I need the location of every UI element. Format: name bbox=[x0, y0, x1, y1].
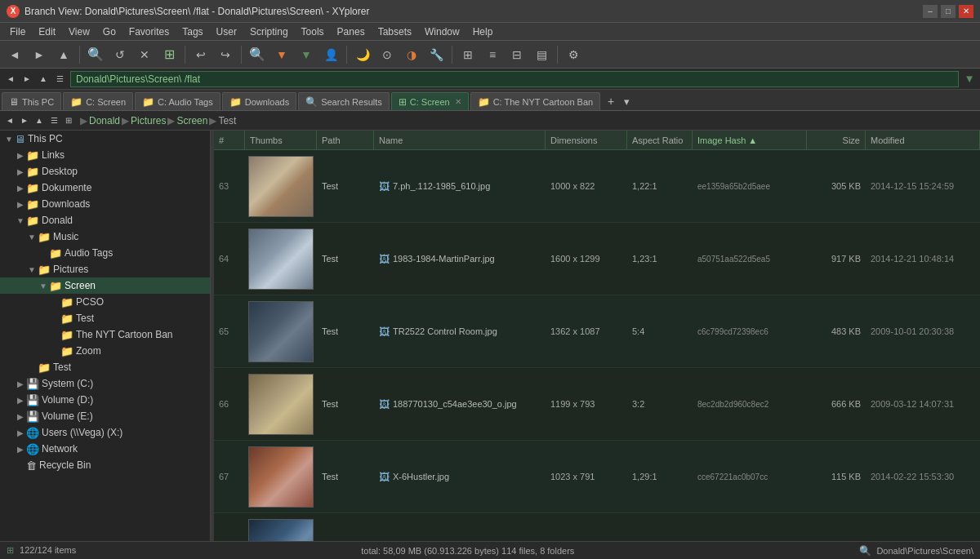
address-filter-icon[interactable]: ▼ bbox=[962, 72, 977, 87]
back-button[interactable]: ◄ bbox=[3, 43, 26, 66]
sidebar-item-nyt-cartoon-ban[interactable]: 📁 The NYT Cartoon Ban bbox=[0, 326, 210, 343]
sidebar-item-pictures[interactable]: ▼ 📁 Pictures bbox=[0, 261, 210, 277]
sidebar-item-downloads[interactable]: ▶ 📁 Downloads bbox=[0, 196, 210, 212]
toggle-zoom[interactable] bbox=[49, 345, 60, 357]
sidebar-item-volume-d[interactable]: ▶ 💾 Volume (D:) bbox=[0, 392, 210, 408]
toggle-users-vega[interactable]: ▶ bbox=[15, 427, 26, 438]
sidebar-item-volume-e[interactable]: ▶ 💾 Volume (E:) bbox=[0, 408, 210, 424]
sidebar-item-test[interactable]: 📁 Test bbox=[0, 310, 210, 326]
toggle-network[interactable]: ▶ bbox=[15, 443, 26, 455]
table-row[interactable]: 66 Test 🖼 188770130_c54ae3ee30_o.jpg 119… bbox=[214, 368, 980, 441]
target-btn[interactable]: ⊙ bbox=[376, 43, 399, 66]
table-row[interactable]: 65 Test 🖼 TR2522 Control Room.jpg 1362 x… bbox=[214, 295, 980, 368]
menu-edit[interactable]: Edit bbox=[32, 24, 62, 39]
toggle-volume-d[interactable]: ▶ bbox=[15, 394, 26, 406]
night-mode[interactable]: 🌙 bbox=[351, 43, 374, 66]
tab-c-audio-tags[interactable]: 📁 C: Audio Tags bbox=[135, 92, 220, 110]
toggle-pcso[interactable] bbox=[49, 296, 60, 308]
addr-back[interactable]: ◄ bbox=[3, 72, 18, 87]
toggle-dokumente[interactable]: ▶ bbox=[15, 182, 26, 193]
toggle-donald[interactable]: ▼ bbox=[15, 215, 26, 226]
redo-button[interactable]: ↪ bbox=[214, 43, 237, 66]
toggle-nyt-cartoon-ban[interactable] bbox=[49, 329, 60, 340]
sidebar-item-this-pc[interactable]: ▼ 🖥 This PC bbox=[0, 131, 210, 147]
sidebar-item-network[interactable]: ▶ 🌐 Network bbox=[0, 441, 210, 457]
toggle-downloads[interactable]: ▶ bbox=[15, 198, 26, 210]
table-row[interactable]: 63 Test 🖼 7.ph_.112-1985_610.jpg 1000 x … bbox=[214, 150, 980, 223]
tab-search-results[interactable]: 🔍 Search Results bbox=[298, 92, 390, 110]
toggle-music[interactable]: ▼ bbox=[26, 231, 38, 242]
menu-tools[interactable]: Tools bbox=[295, 24, 331, 39]
sidebar-item-users-vega[interactable]: ▶ 🌐 Users (\\Vega) (X:) bbox=[0, 424, 210, 441]
find-button[interactable]: 🔍 bbox=[246, 43, 269, 66]
menu-tags[interactable]: Tags bbox=[176, 24, 209, 39]
menu-tabsets[interactable]: Tabsets bbox=[372, 24, 418, 39]
addr-up[interactable]: ▲ bbox=[36, 72, 51, 87]
bc-donald[interactable]: Donald bbox=[89, 115, 120, 126]
bc-test[interactable]: Test bbox=[218, 115, 236, 126]
toggle-this-pc[interactable]: ▼ bbox=[3, 133, 15, 144]
toggle-links[interactable]: ▶ bbox=[15, 149, 26, 161]
tab-c-screen-active[interactable]: ⊞ C: Screen ✕ bbox=[391, 92, 469, 110]
sidebar-item-pcso[interactable]: 📁 PCSO bbox=[0, 294, 210, 310]
table-row[interactable]: 68 The NYT Car... 🖼 Raven.jpg 433 x 338 … bbox=[214, 513, 980, 541]
toggle-volume-e[interactable]: ▶ bbox=[15, 410, 26, 422]
sidebar-item-test2[interactable]: 📁 Test bbox=[0, 359, 210, 375]
stop-button[interactable]: ✕ bbox=[133, 43, 156, 66]
menu-scripting[interactable]: Scripting bbox=[243, 24, 295, 39]
sidebar-item-dokumente[interactable]: ▶ 📁 Dokumente bbox=[0, 180, 210, 196]
refresh-button[interactable]: ↺ bbox=[109, 43, 131, 66]
settings-btn[interactable]: ⚙ bbox=[562, 43, 585, 66]
new-tab-button[interactable]: + bbox=[602, 92, 620, 110]
toggle-desktop[interactable]: ▶ bbox=[15, 166, 26, 177]
col-header-hash[interactable]: Image Hash ▲ bbox=[693, 131, 807, 149]
table-row[interactable]: 67 Test 🖼 X-6Hustler.jpg 1023 x 791 1,29… bbox=[214, 441, 980, 513]
menu-help[interactable]: Help bbox=[466, 24, 500, 39]
toggle-test[interactable] bbox=[49, 313, 60, 324]
addr-list[interactable]: ☰ bbox=[52, 72, 67, 87]
menu-panes[interactable]: Panes bbox=[331, 24, 372, 39]
col-header-dimensions[interactable]: Dimensions bbox=[546, 131, 627, 149]
filter-btn[interactable]: ▼ bbox=[295, 43, 318, 66]
search-button[interactable]: 🔍 bbox=[84, 43, 107, 66]
bc-forward[interactable]: ► bbox=[18, 114, 31, 127]
toggle-screen[interactable]: ▼ bbox=[38, 280, 49, 291]
up-button[interactable]: ▲ bbox=[52, 43, 75, 66]
menu-window[interactable]: Window bbox=[418, 24, 466, 39]
view-grid[interactable]: ⊞ bbox=[457, 43, 479, 66]
col-header-name[interactable]: Name bbox=[374, 131, 546, 149]
tab-c-screen[interactable]: 📁 C: Screen bbox=[63, 92, 133, 110]
tab-nyt-cartoon[interactable]: 📁 C: The NYT Cartoon Ban bbox=[470, 92, 601, 110]
menu-user[interactable]: User bbox=[210, 24, 243, 39]
col-header-size[interactable]: Size bbox=[807, 131, 866, 149]
filter-active[interactable]: ▼ bbox=[270, 43, 293, 66]
col-header-num[interactable]: # bbox=[214, 131, 245, 149]
view-detail[interactable]: ≡ bbox=[481, 43, 504, 66]
minimize-button[interactable]: – bbox=[923, 5, 938, 18]
color-btn[interactable]: ◑ bbox=[400, 43, 423, 66]
toggle-audio-tags[interactable] bbox=[38, 247, 49, 259]
view-thumb[interactable]: ⊟ bbox=[506, 43, 528, 66]
sidebar-item-desktop[interactable]: ▶ 📁 Desktop bbox=[0, 163, 210, 180]
toggle-pictures[interactable]: ▼ bbox=[26, 264, 38, 275]
toggle-test2[interactable] bbox=[26, 362, 38, 373]
tab-downloads[interactable]: 📁 Downloads bbox=[222, 92, 296, 110]
tab-dropdown-button[interactable]: ▾ bbox=[620, 92, 633, 110]
maximize-button[interactable]: □ bbox=[941, 5, 956, 18]
bc-pictures[interactable]: Pictures bbox=[131, 115, 166, 126]
menu-favorites[interactable]: Favorites bbox=[122, 24, 176, 39]
tab-close-c-screen[interactable]: ✕ bbox=[455, 97, 461, 106]
close-button[interactable]: ✕ bbox=[959, 5, 973, 18]
sidebar-item-recycle-bin[interactable]: 🗑 Recycle Bin bbox=[0, 457, 210, 473]
branch-view-button[interactable]: ⊞ bbox=[158, 43, 180, 66]
table-row[interactable]: 64 Test 🖼 1983-1984-MartinParr.jpg 1600 … bbox=[214, 223, 980, 295]
sidebar-item-system-c[interactable]: ▶ 💾 System (C:) bbox=[0, 375, 210, 392]
view-list[interactable]: ▤ bbox=[530, 43, 553, 66]
menu-go[interactable]: Go bbox=[96, 24, 122, 39]
undo-button[interactable]: ↩ bbox=[189, 43, 212, 66]
bc-back[interactable]: ◄ bbox=[3, 114, 16, 127]
bc-screen[interactable]: Screen bbox=[176, 115, 207, 126]
col-header-modified[interactable]: Modified bbox=[866, 131, 980, 149]
menu-file[interactable]: File bbox=[3, 24, 32, 39]
sidebar-item-links[interactable]: ▶ 📁 Links bbox=[0, 147, 210, 163]
